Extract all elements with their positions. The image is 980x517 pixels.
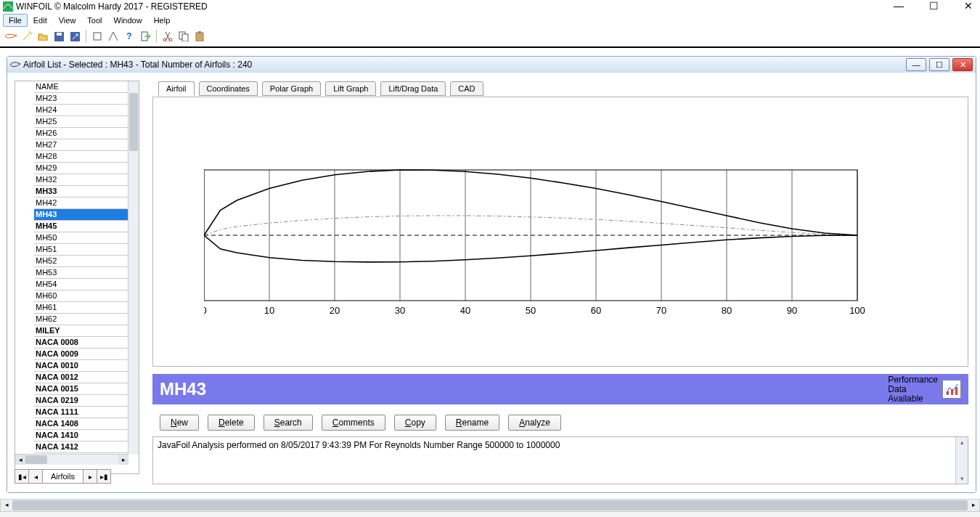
main-horizontal-scrollbar[interactable]: ◂▸ (0, 499, 980, 512)
list-item[interactable]: MH24 (34, 105, 128, 116)
list-item[interactable]: MH53 (34, 267, 128, 279)
tool1-icon[interactable] (90, 29, 105, 44)
help-icon[interactable]: ? (122, 29, 136, 44)
list-item[interactable]: NACA 1408 (34, 418, 128, 430)
comments-button[interactable]: Comments (322, 415, 385, 431)
list-item[interactable]: MH25 (34, 116, 128, 128)
nav-label: Airfoils (43, 469, 83, 484)
frame-maximize-button[interactable]: ☐ (929, 58, 950, 71)
frame-titlebar[interactable]: Airfoil List - Selected : MH43 - Total N… (7, 57, 976, 73)
menu-view[interactable]: View (53, 14, 82, 27)
list-item[interactable]: MH60 (34, 290, 128, 302)
export-icon[interactable] (68, 29, 82, 44)
list-item[interactable]: MH29 (34, 163, 128, 174)
list-item[interactable]: MH54 (34, 279, 128, 290)
list-item[interactable]: MH26 (34, 128, 128, 139)
svg-rect-35 (947, 391, 949, 395)
list-vertical-scrollbar[interactable] (128, 81, 139, 455)
analyze-button[interactable]: Analyze (508, 415, 561, 431)
list-item[interactable]: NACA 1410 (34, 430, 128, 441)
list-item[interactable]: MH32 (34, 174, 128, 186)
svg-text:90: 90 (787, 305, 797, 316)
svg-text:10: 10 (264, 305, 274, 316)
list-item[interactable]: MH43 (34, 209, 128, 221)
menu-edit[interactable]: Edit (28, 14, 53, 27)
list-item[interactable]: MH28 (34, 151, 128, 163)
minimize-button[interactable]: — (891, 0, 906, 12)
airfoil-list[interactable]: NAMEMH23MH24MH25MH26MH27MH28MH29MH32MH33… (15, 81, 128, 455)
airfoil-list-frame: Airfoil List - Selected : MH43 - Total N… (7, 56, 976, 493)
list-item[interactable]: MH51 (34, 244, 128, 256)
save-icon[interactable] (52, 29, 66, 44)
svg-rect-37 (955, 387, 957, 395)
list-item[interactable]: MH33 (34, 186, 128, 198)
paste-icon[interactable] (192, 29, 207, 44)
list-item[interactable]: MH52 (34, 256, 128, 267)
tab-lift-drag-data[interactable]: Lift/Drag Data (380, 81, 446, 96)
svg-rect-10 (196, 33, 203, 41)
performance-chart-icon[interactable] (942, 380, 961, 399)
list-item[interactable]: MH50 (34, 232, 128, 244)
tab-lift-graph[interactable]: Lift Graph (325, 81, 376, 96)
tab-polar-graph[interactable]: Polar Graph (262, 81, 321, 96)
svg-text:60: 60 (591, 305, 601, 316)
svg-text:100: 100 (849, 305, 865, 316)
nav-first-button[interactable]: ▮◂ (15, 469, 29, 484)
list-item[interactable]: NACA 0009 (34, 349, 128, 360)
list-item[interactable]: NACA 0008 (34, 337, 128, 349)
list-header[interactable]: NAME (34, 81, 128, 93)
menu-help[interactable]: Help (148, 14, 176, 27)
os-titlebar: WINFOIL © Malcolm Hardy 2017 - REGISTERE… (0, 0, 980, 13)
open-icon[interactable] (36, 29, 50, 44)
list-item[interactable]: MH62 (34, 314, 128, 325)
copy-button[interactable]: Copy (394, 415, 436, 431)
airfoil-icon[interactable] (4, 29, 18, 44)
svg-rect-11 (198, 31, 201, 33)
list-item[interactable]: MH23 (34, 93, 128, 105)
record-navigator: ▮◂ ◂ Airfoils ▸ ▸▮ (15, 469, 111, 484)
list-item[interactable]: NACA 0012 (34, 372, 128, 383)
nav-prev-button[interactable]: ◂ (29, 469, 43, 484)
tab-airfoil[interactable]: Airfoil (158, 81, 195, 96)
rename-button[interactable]: Rename (445, 415, 499, 431)
list-item[interactable]: MILEY (34, 325, 128, 337)
list-horizontal-scrollbar[interactable]: ◂▸ (15, 454, 128, 465)
cut-icon[interactable] (160, 29, 175, 44)
menu-window[interactable]: Window (108, 14, 148, 27)
tab-coordinates[interactable]: Coordinates (199, 81, 258, 96)
exit-icon[interactable] (138, 29, 152, 44)
tab-bar: AirfoilCoordinatesPolar GraphLift GraphL… (152, 81, 968, 95)
statusbar (0, 512, 980, 517)
airfoil-plot: 0102030405060708090100 (204, 163, 915, 351)
list-item[interactable]: MH61 (34, 302, 128, 314)
list-item[interactable]: MH27 (34, 139, 128, 151)
maximize-button[interactable]: ☐ (926, 0, 941, 12)
frame-minimize-button[interactable]: — (906, 58, 926, 71)
list-item[interactable]: NACA 0015 (34, 383, 128, 395)
nav-next-button[interactable]: ▸ (83, 469, 97, 484)
airfoil-name: MH43 (160, 379, 888, 399)
wizard-icon[interactable] (20, 29, 34, 44)
list-item[interactable]: MH42 (34, 198, 128, 209)
delete-button[interactable]: Delete (208, 415, 255, 431)
tab-cad[interactable]: CAD (450, 81, 483, 96)
list-item[interactable]: NACA 0219 (34, 395, 128, 407)
tool2-icon[interactable] (106, 29, 121, 44)
nav-last-button[interactable]: ▸▮ (97, 469, 111, 484)
new-button[interactable]: New (160, 415, 199, 431)
menu-tool[interactable]: Tool (81, 14, 107, 27)
menu-file[interactable]: File (3, 14, 28, 27)
copy-icon[interactable] (176, 29, 191, 44)
list-item[interactable]: NACA 0010 (34, 360, 128, 372)
svg-text:30: 30 (395, 305, 405, 316)
search-button[interactable]: Search (264, 415, 313, 431)
action-button-row: NewDeleteSearchCommentsCopyRenameAnalyze (152, 410, 568, 435)
log-scrollbar[interactable]: ▴▾ (955, 437, 968, 484)
airfoil-list-panel: NAMEMH23MH24MH25MH26MH27MH28MH29MH32MH33… (15, 81, 139, 474)
frame-close-button[interactable]: ✕ (952, 58, 973, 71)
close-button[interactable]: ✕ (961, 0, 976, 12)
list-item[interactable]: NACA 1412 (34, 441, 128, 453)
list-item[interactable]: NACA 1111 (34, 407, 128, 418)
list-item[interactable]: MH45 (34, 221, 128, 232)
svg-rect-0 (3, 1, 13, 12)
